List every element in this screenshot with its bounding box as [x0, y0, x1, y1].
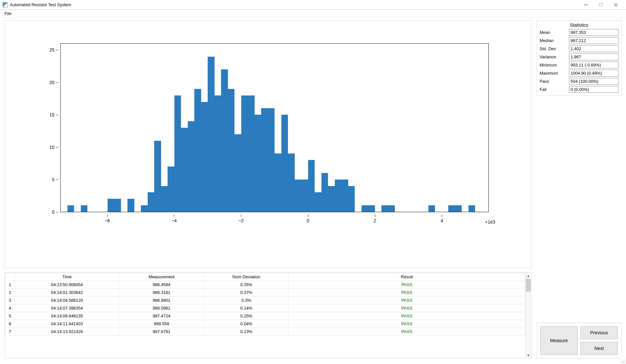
col-header-measurement[interactable]: Measurement: [119, 273, 204, 281]
histogram-bar: [188, 121, 195, 212]
cell-measurement: 996.9801: [119, 297, 204, 304]
x-tick-label: 0: [307, 218, 309, 223]
cell-measurement: 998.5961: [119, 304, 204, 312]
label-pass: Pass: [540, 79, 567, 84]
row-number: 3: [5, 297, 15, 304]
cell-measurement: 996.4584: [119, 281, 204, 289]
cell-measurement: 997.4724: [119, 312, 204, 320]
histogram-bar: [108, 199, 114, 212]
value-fail[interactable]: 0 (0.00%): [569, 86, 619, 93]
histogram-bar: [154, 141, 161, 212]
col-header-result[interactable]: Result: [289, 273, 525, 281]
label-median: Median: [540, 38, 567, 43]
cell-result: PASS: [289, 320, 525, 328]
cell-deviation: 0.04%: [204, 320, 289, 328]
svg-point-9: [624, 362, 625, 363]
histogram-bar: [181, 128, 188, 212]
table-row[interactable]: 404:14:07.388354998.59610.14%PASS: [5, 304, 525, 312]
histogram-bar: [201, 102, 208, 212]
scroll-up-icon[interactable]: ▲: [526, 273, 531, 279]
value-maximum[interactable]: 1004.90 (0.49%): [569, 70, 619, 77]
close-button[interactable]: [608, 0, 623, 10]
value-median[interactable]: 997.212: [569, 37, 619, 44]
histogram-bar: [67, 205, 74, 212]
svg-point-8: [623, 362, 623, 363]
x-tick-label: 4: [440, 218, 443, 223]
cell-deviation: 0.3%: [204, 297, 289, 304]
histogram-bar: [315, 192, 321, 212]
histogram-bar: [455, 205, 462, 212]
measure-button[interactable]: Measure: [540, 326, 578, 355]
histogram-bar: [295, 180, 302, 212]
value-variance[interactable]: 1.967: [569, 53, 619, 60]
app-icon: [3, 2, 8, 7]
table-row[interactable]: 604:14:11.841403999.5580.04%PASS: [5, 320, 525, 328]
statistics-title: Statistics: [540, 22, 619, 28]
table-scrollbar[interactable]: ▲ ▼: [525, 273, 531, 358]
titlebar: Automated Resistor Test System: [0, 0, 626, 10]
table-row[interactable]: 704:14:13.921426997.67810.23%PASS: [5, 328, 525, 336]
y-tick-label: 10: [49, 145, 54, 150]
label-fail: Fail: [540, 87, 567, 92]
table-row[interactable]: 504:14:09.846135997.47240.25%PASS: [5, 312, 525, 320]
histogram-bar: [174, 95, 181, 212]
svg-rect-1: [600, 3, 603, 6]
svg-point-4: [624, 359, 625, 360]
results-table-panel: Time Measurement Nom Deviation Result 10…: [5, 272, 531, 358]
col-header-rownum[interactable]: [5, 273, 15, 281]
previous-button[interactable]: Previous: [580, 326, 618, 339]
minimize-button[interactable]: [578, 0, 593, 10]
x-axis-offset: +1e3: [485, 219, 495, 225]
histogram-bar: [81, 205, 88, 212]
table-row[interactable]: 304:14:04.566120996.98010.3%PASS: [5, 297, 525, 304]
cell-result: PASS: [289, 328, 525, 336]
table-row[interactable]: 104:13:50.906054996.45840.35%PASS: [5, 281, 525, 289]
histogram-bar: [168, 167, 174, 212]
svg-point-6: [624, 361, 625, 361]
resize-grip-icon[interactable]: [621, 359, 625, 363]
value-mean[interactable]: 997.353: [569, 29, 619, 36]
histogram-bar: [261, 108, 268, 212]
histogram-bar: [469, 205, 475, 212]
row-number: 2: [5, 289, 15, 297]
col-header-time[interactable]: Time: [15, 273, 119, 281]
cell-time: 04:14:13.921426: [15, 328, 119, 336]
scroll-down-icon[interactable]: ▼: [526, 352, 531, 358]
histogram-bar: [241, 95, 248, 212]
x-tick-label: −6: [105, 218, 110, 223]
next-button[interactable]: Next: [580, 342, 618, 355]
y-tick-label: 5: [52, 177, 54, 182]
histogram-bar: [148, 192, 155, 212]
plot-area: [60, 43, 489, 212]
scroll-thumb[interactable]: [526, 279, 531, 292]
cell-result: PASS: [289, 289, 525, 297]
table-row[interactable]: 204:14:01.303642996.31610.37%PASS: [5, 289, 525, 297]
histogram-bar: [248, 95, 255, 212]
cell-time: 04:14:09.846135: [15, 312, 119, 320]
value-pass[interactable]: 504 (100.00%): [569, 78, 619, 85]
histogram-chart: 0510152025 −6−4−2024 +1e3: [5, 20, 531, 268]
histogram-bar: [321, 173, 328, 212]
histogram-bar: [341, 180, 348, 212]
histogram-bar: [388, 205, 395, 212]
histogram-bar: [328, 186, 335, 212]
value-minimum[interactable]: 993.11 (-0.69%): [569, 62, 619, 68]
col-header-deviation[interactable]: Nom Deviation: [204, 273, 289, 281]
histogram-bar: [208, 57, 215, 212]
histogram-bar: [348, 186, 355, 212]
histogram-bar: [381, 205, 388, 212]
cell-result: PASS: [289, 312, 525, 320]
cell-deviation: 0.37%: [204, 289, 289, 297]
row-number: 6: [5, 320, 15, 328]
value-std[interactable]: 1.402: [569, 45, 619, 52]
statistics-panel: Statistics Mean 997.353 Median 997.212 S…: [537, 20, 621, 96]
label-maximum: Maximum: [540, 71, 567, 76]
x-tick-label: 2: [374, 218, 376, 223]
cell-time: 04:13:50.906054: [15, 281, 119, 289]
y-tick-label: 20: [49, 80, 54, 85]
menu-file[interactable]: File: [3, 10, 13, 17]
maximize-button[interactable]: [593, 0, 608, 10]
histogram-bar: [288, 153, 295, 212]
y-tick-label: 15: [49, 112, 54, 117]
histogram-bar: [308, 160, 315, 212]
